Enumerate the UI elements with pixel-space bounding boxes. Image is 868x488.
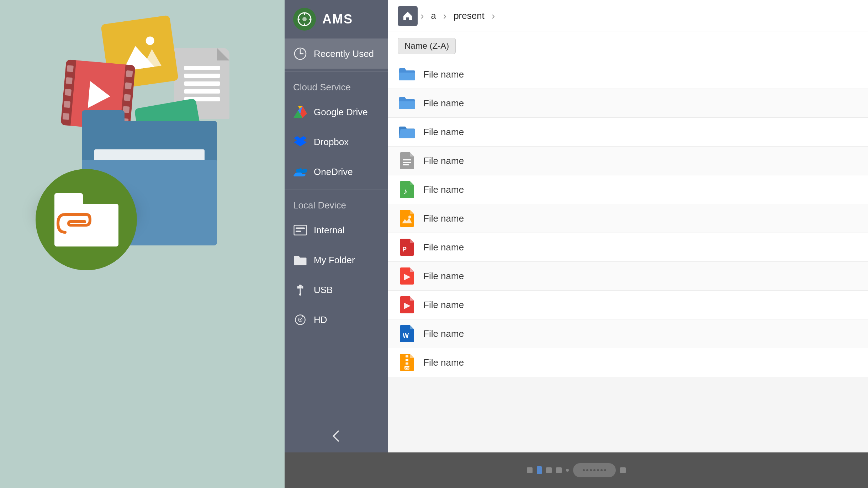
my-folder-label: My Folder [314,255,355,266]
local-device-header: Local Device [285,193,388,215]
sidebar-item-internal[interactable]: Internal [285,215,388,245]
back-arrow-icon [328,428,344,444]
svg-point-12 [299,293,301,296]
svg-rect-20 [403,162,411,163]
divider-1 [285,71,388,72]
file-row[interactable]: File name [388,147,868,175]
svg-rect-30 [406,359,408,361]
onedrive-icon [293,165,307,179]
file-name-1: File name [423,69,464,80]
file-row[interactable]: File name [388,118,868,147]
ams-logo-circle [36,169,137,270]
svg-point-24 [408,216,411,218]
svg-rect-19 [403,159,411,160]
svg-text:W: W [403,332,409,339]
svg-rect-31 [406,362,408,365]
file-row[interactable]: ZIP File name [388,348,868,377]
sort-button[interactable]: Name (Z-A) [398,38,456,54]
port-1 [527,467,533,473]
file-row[interactable]: ♪ File name [388,175,868,204]
zip-icon: ZIP [398,353,416,372]
file-row[interactable]: File name [388,291,868,319]
port-3 [546,467,552,473]
file-name-7: File name [423,242,464,253]
ppt-icon: P [398,238,416,256]
file-row[interactable]: File name [388,204,868,233]
file-row[interactable]: File name [388,89,868,118]
home-button[interactable] [398,6,418,26]
svg-rect-10 [299,285,302,289]
sidebar-item-usb[interactable]: USB [285,275,388,305]
sidebar-item-my-folder[interactable]: My Folder [285,245,388,275]
film-strip-left [60,59,76,126]
svg-rect-13 [297,286,299,288]
svg-text:ZIP: ZIP [405,366,410,370]
sidebar: AMS Recently Used Cloud Service [285,0,388,452]
dropbox-icon [293,135,307,149]
file-name-8: File name [423,271,464,282]
video-icon-1 [398,267,416,285]
device-screen: AMS Recently Used Cloud Service [285,0,868,488]
recently-used-label: Recently Used [314,48,374,59]
usb-icon [293,283,307,297]
screen-inner: AMS Recently Used Cloud Service [285,0,868,452]
ams-logo-svg [297,11,312,27]
dropbox-label: Dropbox [314,137,349,148]
breadcrumb-present[interactable]: present [449,8,489,23]
file-name-3: File name [423,127,464,138]
clock-icon [293,47,307,60]
ams-title: AMS [322,12,353,27]
play-button [88,81,111,110]
google-drive-label: Google Drive [314,107,368,118]
svg-text:♪: ♪ [403,187,407,196]
clock-icon-wrapper [293,47,307,61]
illustration-area: ♪♫ [0,0,292,488]
folder-icon-2 [398,94,416,112]
divider-2 [285,190,388,190]
sidebar-item-google-drive[interactable]: Google Drive [285,97,388,127]
sidebar-item-dropbox[interactable]: Dropbox [285,127,388,157]
sidebar-item-hd[interactable]: HD [285,305,388,335]
image-file-icon [398,209,416,228]
breadcrumb-a[interactable]: a [427,8,440,23]
file-name-6: File name [423,213,464,224]
file-name-11: File name [423,357,464,368]
device-bottom-bar [285,452,868,488]
folder-icon-1 [398,65,416,84]
folder-open-icon [398,123,416,141]
svg-rect-11 [300,288,301,294]
sidebar-item-recently-used[interactable]: Recently Used [285,39,388,69]
file-row[interactable]: File name [388,60,868,89]
port-5 [566,469,569,472]
hd-icon [293,313,307,327]
file-name-4: File name [423,155,464,166]
file-name-9: File name [423,299,464,311]
folder-icon-body [54,204,118,246]
speaker [573,463,616,477]
breadcrumb-chevron-3: › [492,10,495,22]
mountain-secondary [139,48,161,68]
file-row[interactable]: W File name [388,319,868,348]
doc-line-3 [184,81,220,86]
file-list: File name File name [388,60,868,452]
ams-header: AMS [285,0,388,39]
file-name-2: File name [423,98,464,109]
home-icon [402,10,413,22]
google-drive-icon [293,105,307,119]
back-button[interactable] [285,420,388,452]
svg-rect-8 [296,227,305,229]
file-row[interactable]: File name [388,262,868,291]
word-icon: W [398,324,416,343]
internal-label: Internal [314,225,345,236]
hd-label: HD [314,314,327,325]
doc-icon [398,152,416,170]
breadcrumb-chevron-1: › [420,10,424,22]
sort-label: Name (Z-A) [404,41,449,51]
svg-rect-9 [296,231,301,233]
doc-line-2 [184,74,220,78]
sidebar-item-onedrive[interactable]: OneDrive [285,157,388,187]
file-manager: AMS Recently Used Cloud Service [285,0,868,452]
cloud-service-header: Cloud Service [285,75,388,97]
video-icon-2 [398,296,416,314]
file-row[interactable]: P File name [388,233,868,262]
